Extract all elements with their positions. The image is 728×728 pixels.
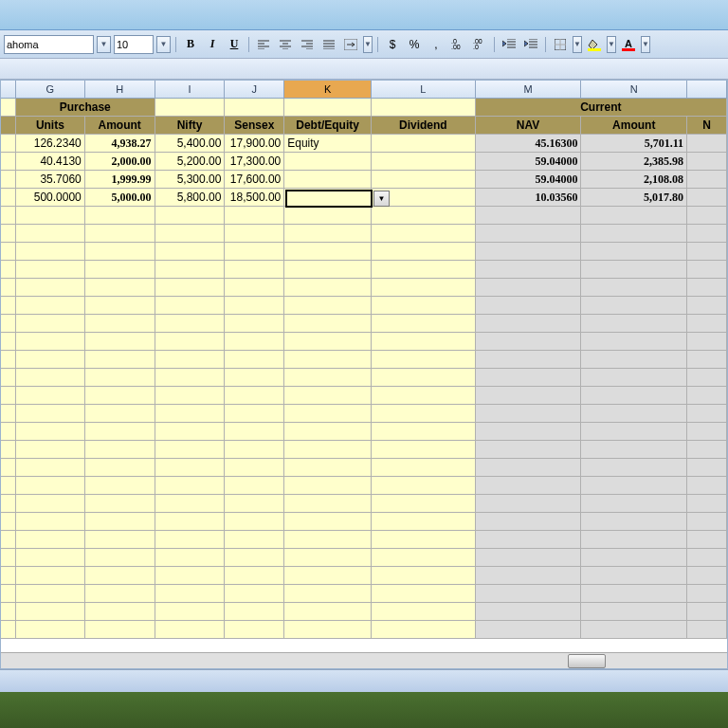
cell[interactable] [85,549,155,567]
cell[interactable] [687,441,727,459]
cell[interactable] [225,261,284,279]
comma-button[interactable]: , [427,35,446,54]
justify-button[interactable] [319,35,338,54]
cell[interactable] [687,495,727,513]
cell[interactable] [581,243,687,261]
cell[interactable] [155,585,226,603]
cell[interactable] [372,603,476,621]
cell[interactable] [155,567,226,585]
cell[interactable] [225,549,284,567]
cell[interactable] [85,459,155,477]
cell[interactable] [687,603,727,621]
cell[interactable] [372,225,476,243]
cell[interactable] [581,495,687,513]
cell[interactable] [476,531,582,549]
align-center-button[interactable] [276,35,295,54]
horizontal-scrollbar[interactable] [1,652,727,668]
cell[interactable] [372,99,476,117]
cell[interactable] [284,495,372,513]
cell[interactable] [16,315,85,333]
cell[interactable] [581,405,687,423]
cell[interactable]: Equity [284,135,372,153]
cell[interactable] [1,261,16,279]
cell[interactable] [1,225,16,243]
cell[interactable] [687,567,727,585]
cell[interactable] [476,387,582,405]
cell[interactable] [155,369,226,387]
cell[interactable] [85,531,155,549]
cell[interactable] [284,315,372,333]
cell[interactable] [476,423,582,441]
cell[interactable]: NAV [476,117,582,135]
cell[interactable] [85,225,155,243]
cell[interactable] [284,279,372,297]
cell[interactable] [1,117,16,135]
cell[interactable] [284,243,372,261]
cell[interactable] [372,567,476,585]
cell[interactable] [372,531,476,549]
cell[interactable] [687,261,727,279]
cell[interactable] [16,621,85,639]
currency-button[interactable]: $ [383,35,402,54]
cell[interactable] [372,171,476,189]
cell[interactable]: Debt/Equity [284,117,372,135]
cell[interactable] [225,495,284,513]
cell[interactable] [1,423,16,441]
cell[interactable]: 40.4130 [16,153,85,171]
cell[interactable] [85,441,155,459]
cell[interactable] [581,261,687,279]
cell[interactable] [155,333,226,351]
cell[interactable] [225,441,284,459]
cell[interactable] [687,207,727,225]
cell[interactable] [225,207,284,225]
cell[interactable] [372,153,476,171]
cell[interactable] [155,225,226,243]
cell[interactable] [687,153,727,171]
cell[interactable] [372,315,476,333]
cell[interactable] [225,243,284,261]
cell[interactable] [225,297,284,315]
cell[interactable] [476,621,582,639]
cell[interactable] [16,423,85,441]
cell[interactable] [225,585,284,603]
cell[interactable] [581,207,687,225]
cell[interactable] [476,369,582,387]
cell[interactable] [476,441,582,459]
cell[interactable] [16,495,85,513]
cell[interactable] [581,441,687,459]
cell[interactable] [372,261,476,279]
cell[interactable] [284,225,372,243]
cell[interactable]: N [687,117,727,135]
cell[interactable] [372,351,476,369]
cell[interactable] [1,405,16,423]
percent-button[interactable]: % [405,35,424,54]
cell[interactable] [687,171,727,189]
cell[interactable] [85,585,155,603]
cell[interactable] [372,405,476,423]
cell[interactable] [16,549,85,567]
cell[interactable] [476,477,582,495]
cell[interactable] [85,513,155,531]
cell[interactable] [155,531,226,549]
cell[interactable]: 5,000.00 [85,189,155,207]
cell[interactable] [284,477,372,495]
scrollbar-thumb[interactable] [568,654,606,668]
cell[interactable] [1,297,16,315]
underline-button[interactable]: U [225,35,244,54]
cell[interactable] [476,315,582,333]
cell[interactable] [225,513,284,531]
merge-dropdown-icon[interactable]: ▼ [363,36,373,53]
cell[interactable] [372,441,476,459]
cell[interactable] [1,603,16,621]
cell[interactable] [687,621,727,639]
cell[interactable] [687,549,727,567]
cell[interactable] [1,513,16,531]
cell[interactable]: 1,999.99 [85,171,155,189]
cell[interactable] [1,369,16,387]
cell[interactable] [372,585,476,603]
cell[interactable]: Sensex [225,117,284,135]
cell[interactable] [476,225,582,243]
cell[interactable]: 45.16300 [476,135,582,153]
cell[interactable] [284,369,372,387]
cell[interactable] [85,405,155,423]
